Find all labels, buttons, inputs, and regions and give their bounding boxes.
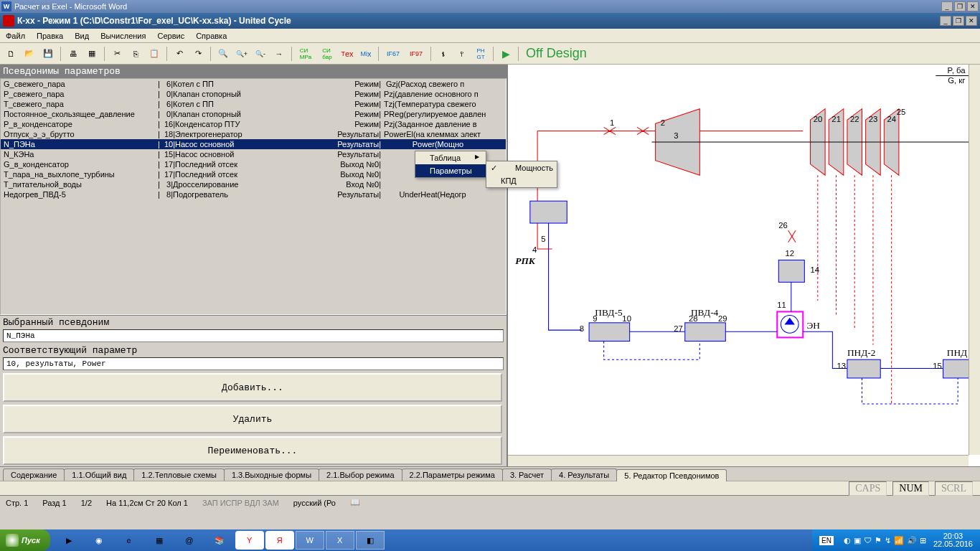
ctx-parametry[interactable]: Параметры (415, 164, 486, 177)
tab-7[interactable]: 4. Результаты (551, 468, 617, 481)
svg-text:11: 11 (777, 301, 786, 309)
tray-icon-7: 🔊 (907, 536, 917, 545)
param-row[interactable]: N_ПЭНа| 10|Насос основнойРезультаты| Pow… (1, 139, 506, 149)
param-row[interactable]: P_в_конденсаторе| 16|Конденсатор ПТУРежи… (1, 119, 506, 129)
param-row[interactable]: P_свежего_пара| 0|Клапан стопорныйРежим|… (1, 89, 506, 99)
add-button[interactable]: Добавить... (3, 373, 502, 402)
tab-2[interactable]: 1.2.Тепловые схемы (133, 468, 225, 481)
tray-icons[interactable]: ◐▣🛡 ⚑↯📶 🔊⊞ (844, 536, 926, 545)
task-mpc[interactable]: ▦ (145, 531, 174, 550)
param-list[interactable]: G_свежего_пара| 6|Котел с ППРежим| Gzj(Р… (0, 78, 507, 315)
task-library[interactable]: 📚 (205, 531, 234, 550)
context-menu-2: Мощность КПД (486, 161, 557, 188)
schematic-panel[interactable]: P, ба G, кг (508, 65, 980, 466)
param-row[interactable]: Недогрев_ПВД-5| 8|ПодогревательРезультат… (1, 189, 506, 199)
open-button[interactable]: 📂 (22, 46, 37, 62)
tab-8[interactable]: 5. Редактор Псевдонимов (616, 469, 727, 481)
system-tray: EN ◐▣🛡 ⚑↯📶 🔊⊞ 20:03 22.05.2016 (812, 529, 980, 551)
menu-service[interactable]: Сервис (157, 32, 184, 40)
task-ya[interactable]: Я (265, 531, 294, 550)
left-panel: Псевдонимы параметров G_свежего_пара| 6|… (0, 65, 508, 466)
redo-button[interactable]: ↷ (190, 46, 206, 62)
pnd2-label: ПНД-2 (847, 347, 876, 358)
si-mpa-button[interactable]: СИMPa (296, 46, 315, 62)
tex-button[interactable]: Tex (339, 46, 355, 62)
zoom-out-button[interactable]: 🔍- (253, 46, 268, 62)
uc-minimize-button[interactable]: _ (940, 16, 951, 26)
run-button[interactable]: ▶ (498, 46, 514, 62)
word-close-button[interactable]: ✕ (967, 1, 979, 11)
ctx-moschnost[interactable]: Мощность (486, 161, 557, 174)
selected-pseudonym-value[interactable]: N_ПЭНа (3, 329, 504, 342)
zoom-1-button[interactable]: 🔍 (215, 46, 231, 62)
uc-app-icon (3, 15, 14, 27)
if67-button[interactable]: IF67 (383, 46, 403, 62)
pgt-button[interactable]: РНGT (473, 46, 489, 62)
uc-status-bar: CAPS NUM SCRL (0, 481, 980, 495)
chart1-button[interactable]: ⫮ (435, 46, 451, 62)
rename-button[interactable]: Переименовать... (3, 436, 502, 465)
svg-text:24: 24 (887, 115, 896, 123)
param-row[interactable]: G_свежего_пара| 6|Котел с ППРежим| Gzj(Р… (1, 79, 506, 89)
tab-4[interactable]: 2.1.Выбор режима (319, 468, 402, 481)
mix-button[interactable]: Mix (358, 46, 374, 62)
copy-button[interactable]: ⎘ (128, 46, 143, 62)
tab-1[interactable]: 1.1.Общий вид (64, 468, 134, 481)
param-row[interactable]: Постоянное_скользящее_давление| 0|Клапан… (1, 109, 506, 119)
paste-button[interactable]: 📋 (146, 46, 162, 62)
param-row[interactable]: T_питательной_воды| 3|ДросселированиеВхо… (1, 179, 506, 189)
menu-edit[interactable]: Правка (37, 32, 63, 40)
preview-button[interactable]: ▦ (84, 46, 100, 62)
uc-close-button[interactable]: ✕ (966, 16, 977, 26)
si-bar-button[interactable]: СИбар (318, 46, 336, 62)
tab-0[interactable]: Содержание (3, 468, 65, 481)
word-restore-button[interactable]: ❐ (954, 1, 966, 11)
undo-button[interactable]: ↶ (171, 46, 187, 62)
new-button[interactable]: 🗋 (3, 46, 19, 62)
goto-button[interactable]: → (271, 46, 287, 62)
if97-button[interactable]: IF97 (406, 46, 426, 62)
task-word[interactable]: W (296, 531, 324, 550)
menu-file[interactable]: Файл (6, 32, 25, 40)
task-excel[interactable]: X (326, 531, 354, 550)
menu-help[interactable]: Справка (196, 32, 227, 40)
task-chrome[interactable]: ◉ (85, 531, 113, 550)
start-button[interactable]: Пуск (0, 529, 50, 551)
print-button[interactable]: 🖶 (65, 46, 81, 62)
tray-icon-3: 🛡 (864, 536, 872, 545)
task-uc[interactable]: ◧ (356, 531, 385, 550)
horizontal-scrollbar[interactable] (508, 455, 969, 466)
svg-text:26: 26 (778, 221, 788, 230)
task-yandex[interactable]: Y (235, 531, 264, 550)
svg-text:15: 15 (933, 362, 942, 370)
menu-calc[interactable]: Вычисления (100, 32, 146, 40)
corresponding-param-value[interactable]: 10, результаты, Power (3, 357, 504, 370)
chart2-button[interactable]: ⫯ (454, 46, 470, 62)
menu-view[interactable]: Вид (75, 32, 89, 40)
cut-button[interactable]: ✂ (109, 46, 125, 62)
ctx-kpd[interactable]: КПД (486, 174, 557, 187)
tray-icon-8: ⊞ (920, 536, 926, 545)
param-row[interactable]: T_свежего_пара| 6|Котел с ППРежим|Tzj(Те… (1, 99, 506, 109)
delete-button[interactable]: Удалить (3, 405, 502, 433)
word-app-icon: W (1, 1, 11, 11)
task-ie[interactable]: ｅ (115, 531, 143, 550)
word-minimize-button[interactable]: _ (941, 1, 953, 11)
ctx-tablica[interactable]: Таблица (415, 151, 486, 164)
param-row[interactable]: Отпуск_э_э_брутто| 18|ЭлектрогенераторРе… (1, 129, 506, 139)
tab-3[interactable]: 1.3.Выходные формы (224, 468, 319, 481)
uc-restore-button[interactable]: ❐ (953, 16, 964, 26)
tray-clock[interactable]: 20:03 22.05.2016 (933, 532, 973, 548)
vertical-scrollbar[interactable] (969, 65, 980, 455)
svg-text:10: 10 (622, 314, 631, 323)
language-indicator[interactable]: EN (819, 536, 834, 545)
task-mail[interactable]: @ (175, 531, 204, 550)
zoom-in-button[interactable]: 🔍+ (234, 46, 250, 62)
tab-5[interactable]: 2.2.Параметры режима (402, 468, 503, 481)
task-media-player[interactable]: ▶ (55, 531, 83, 550)
svg-text:28: 28 (689, 314, 698, 323)
save-button[interactable]: 💾 (40, 46, 56, 62)
tab-6[interactable]: 3. Расчет (502, 468, 552, 481)
svg-rect-2 (530, 201, 567, 223)
svg-rect-4 (685, 323, 726, 342)
